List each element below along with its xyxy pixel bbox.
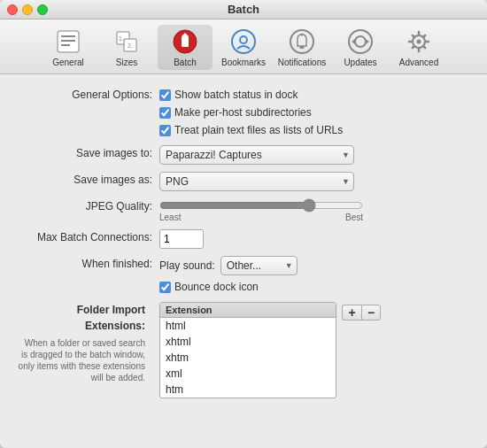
save-images-as-select[interactable]: PNG JPEG TIFF GIF	[159, 172, 354, 191]
svg-rect-14	[300, 46, 305, 49]
toolbar-item-general[interactable]: General	[41, 25, 96, 70]
when-finished-control: Play sound: Other... Basso Blow Bottle F…	[159, 256, 469, 295]
folder-import-outer: Folder Import Extensions: When a folder …	[18, 302, 159, 383]
extension-item-htm[interactable]: htm	[160, 382, 336, 398]
save-images-to-select[interactable]: Paparazzi! Captures	[159, 145, 354, 165]
when-finished-label: When finished:	[18, 256, 159, 272]
extension-item-xhtml[interactable]: xhtml	[160, 334, 336, 350]
svg-rect-9	[182, 36, 189, 47]
save-images-as-row: Save images as: PNG JPEG TIFF GIF ▼	[18, 172, 469, 191]
notifications-label: Notifications	[278, 58, 326, 67]
remove-extension-button[interactable]: −	[361, 305, 381, 321]
traffic-lights	[7, 4, 48, 15]
extension-add-remove-buttons: + −	[342, 302, 381, 321]
play-sound-select-wrapper: Other... Basso Blow Bottle Frog Funk Gla…	[220, 256, 298, 275]
svg-point-15	[301, 34, 304, 36]
toolbar-item-bookmarks[interactable]: Bookmarks	[216, 25, 271, 70]
max-batch-input[interactable]	[159, 229, 204, 249]
max-batch-label: Max Batch Connections:	[18, 229, 159, 245]
updates-label: Updates	[344, 58, 376, 67]
folder-import-desc: When a folder or saved search is dragged…	[18, 337, 152, 383]
jpeg-quality-label: JPEG Quality:	[18, 198, 159, 214]
svg-rect-3	[61, 44, 70, 46]
save-images-to-select-wrapper: Paparazzi! Captures ▼	[159, 145, 354, 165]
bounce-dock-checkbox[interactable]	[159, 282, 171, 293]
folder-import-label: Folder Import Extensions:	[18, 302, 152, 334]
max-batch-row: Max Batch Connections:	[18, 229, 469, 249]
bookmarks-label: Bookmarks	[221, 58, 266, 67]
bookmarks-icon	[229, 27, 258, 56]
treat-plain-text-checkbox[interactable]	[159, 125, 171, 136]
folder-import-right: Extension html xhtml xhtm xml htm + −	[159, 302, 469, 398]
play-sound-select[interactable]: Other... Basso Blow Bottle Frog Funk Gla…	[220, 256, 298, 275]
play-sound-label: Play sound:	[159, 259, 215, 272]
add-extension-button[interactable]: +	[342, 305, 361, 321]
toolbar-item-batch[interactable]: Batch	[158, 25, 213, 70]
save-images-to-control: Paparazzi! Captures ▼	[159, 145, 469, 165]
sizes-icon: 1. 2.	[112, 27, 141, 56]
extension-list-header: Extension	[160, 303, 336, 318]
general-label: General	[52, 58, 84, 67]
jpeg-quality-control: Least Best	[159, 198, 469, 222]
extension-item-xml[interactable]: xml	[160, 366, 336, 382]
make-per-host-label: Make per-host subdirectories	[174, 104, 312, 120]
save-images-to-label: Save images to:	[18, 145, 159, 161]
checkbox-show-batch-status: Show batch status in dock	[159, 87, 469, 103]
general-icon	[54, 27, 82, 56]
batch-icon	[171, 27, 199, 56]
jpeg-quality-max-label: Best	[345, 212, 363, 222]
titlebar: Batch	[0, 0, 487, 19]
show-batch-status-label: Show batch status in dock	[174, 87, 298, 103]
save-images-as-control: PNG JPEG TIFF GIF ▼	[159, 172, 469, 191]
svg-rect-1	[61, 35, 75, 37]
save-images-as-label: Save images as:	[18, 172, 159, 188]
main-window: Batch General 1. 2.	[0, 0, 487, 448]
content-area: General Options: Show batch status in do…	[0, 74, 487, 448]
advanced-label: Advanced	[399, 58, 438, 67]
bounce-dock-row: Bounce dock icon	[159, 279, 469, 295]
extension-list: html xhtml xhtm xml htm	[160, 318, 336, 398]
maximize-button[interactable]	[37, 4, 48, 15]
svg-line-27	[423, 35, 425, 37]
svg-text:2.: 2.	[128, 42, 133, 49]
when-finished-row: When finished: Play sound: Other... Bass…	[18, 256, 469, 295]
window-title: Batch	[0, 3, 487, 16]
jpeg-quality-row: JPEG Quality: Least Best	[18, 198, 469, 222]
sizes-label: Sizes	[116, 58, 137, 67]
show-batch-status-checkbox[interactable]	[159, 89, 171, 101]
svg-line-26	[423, 46, 425, 48]
extension-list-container: Extension html xhtml xhtm xml htm	[159, 302, 336, 398]
save-images-as-select-wrapper: PNG JPEG TIFF GIF ▼	[159, 172, 354, 191]
toolbar-item-updates[interactable]: Updates	[333, 25, 388, 70]
play-sound-row: Play sound: Other... Basso Blow Bottle F…	[159, 256, 469, 275]
toolbar-item-sizes[interactable]: 1. 2. Sizes	[99, 25, 154, 70]
make-per-host-checkbox[interactable]	[159, 107, 171, 119]
jpeg-quality-slider[interactable]	[159, 198, 363, 212]
toolbar: General 1. 2. Sizes Batch	[0, 19, 487, 74]
max-batch-control	[159, 229, 469, 249]
toolbar-item-notifications[interactable]: Notifications	[274, 25, 329, 70]
svg-line-25	[413, 35, 414, 37]
general-options-label: General Options:	[18, 87, 159, 103]
treat-plain-text-label: Treat plain text files as lists of URLs	[174, 122, 343, 138]
jpeg-quality-labels: Least Best	[159, 212, 363, 222]
folder-import-row: Folder Import Extensions: When a folder …	[18, 302, 469, 398]
updates-icon	[346, 27, 375, 56]
batch-label: Batch	[174, 58, 197, 67]
extension-list-section: Extension html xhtml xhtm xml htm + −	[159, 302, 469, 398]
advanced-icon	[405, 27, 433, 56]
extension-item-xhtm[interactable]: xhtm	[160, 350, 336, 366]
checkbox-make-per-host: Make per-host subdirectories	[159, 104, 469, 120]
extension-item-html[interactable]: html	[160, 318, 336, 334]
notifications-icon	[288, 27, 316, 56]
close-button[interactable]	[7, 4, 18, 15]
toolbar-item-advanced[interactable]: Advanced	[391, 25, 446, 70]
svg-point-12	[240, 36, 247, 43]
svg-point-11	[232, 30, 255, 53]
svg-point-20	[417, 40, 421, 44]
save-images-to-row: Save images to: Paparazzi! Captures ▼	[18, 145, 469, 165]
jpeg-quality-min-label: Least	[159, 212, 181, 222]
bounce-dock-label: Bounce dock icon	[174, 279, 259, 295]
minimize-button[interactable]	[22, 4, 33, 15]
svg-text:1.: 1.	[119, 35, 124, 42]
